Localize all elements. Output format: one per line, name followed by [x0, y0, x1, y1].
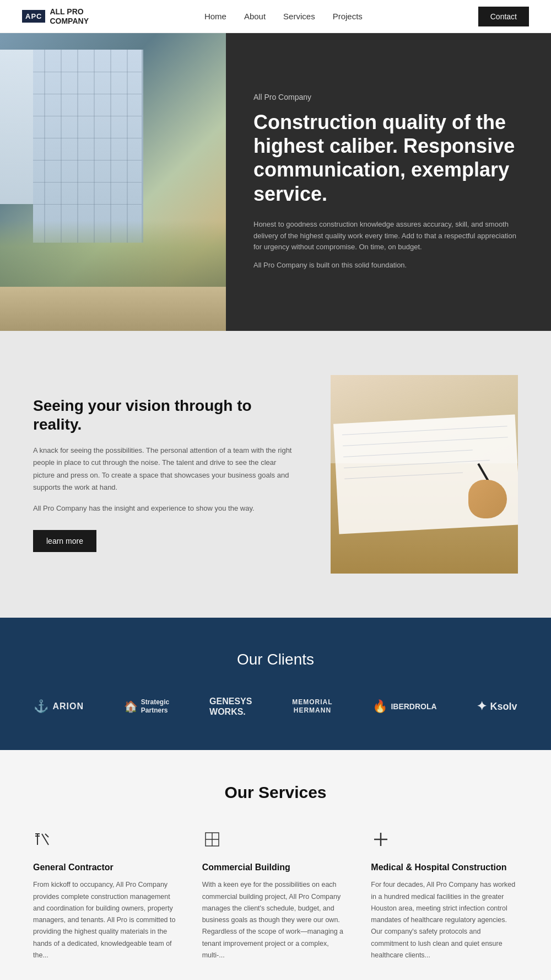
- client-ksolv: ✦ Ksolv: [477, 699, 517, 714]
- ksolv-label: Ksolv: [490, 701, 517, 713]
- nav-about[interactable]: About: [244, 12, 266, 21]
- vision-title: Seeing your vision through to reality.: [33, 397, 298, 433]
- services-section: Our Services General Contractor From kic…: [0, 750, 551, 980]
- arion-icon: ⚓: [34, 699, 49, 714]
- hero-section: All Pro Company Construction quality of …: [0, 33, 551, 331]
- tools-icon: [33, 829, 180, 854]
- hero-title: Construction quality of the highest cali…: [253, 110, 523, 206]
- medical-cross-svg: [371, 829, 391, 849]
- ground-graphic: [0, 287, 226, 331]
- hammer-wrench-svg: [33, 829, 53, 849]
- vision-desc: A knack for seeing the possibilities. Th…: [33, 445, 298, 493]
- contact-button[interactable]: Contact: [478, 7, 529, 26]
- memorial-label: MEMORIALHERMANN: [292, 698, 332, 715]
- client-arion: ⚓ ARION: [34, 699, 84, 714]
- hero-desc: Honest to goodness construction knowledg…: [253, 219, 523, 253]
- clients-logos: ⚓ ARION 🏠 StrategicPartners GENESYSWORKS…: [22, 696, 529, 717]
- commercial-building-title: Commercial Building: [202, 863, 349, 872]
- genesys-label: GENESYSWORKS.: [209, 696, 252, 717]
- ksolv-icon: ✦: [477, 699, 487, 714]
- nav-projects[interactable]: Projects: [333, 12, 363, 21]
- arion-label: ARION: [52, 701, 84, 711]
- client-genesys: GENESYSWORKS.: [209, 696, 252, 717]
- service-medical-hospital: Medical & Hospital Construction For four…: [371, 829, 518, 961]
- medical-title: Medical & Hospital Construction: [371, 863, 518, 872]
- strategic-icon: 🏠: [124, 700, 138, 713]
- hero-tagline: All Pro Company is built on this solid f…: [253, 260, 523, 271]
- learn-more-button[interactable]: learn more: [33, 530, 96, 552]
- service-commercial-building: Commercial Building With a keen eye for …: [202, 829, 349, 961]
- commercial-building-desc: With a keen eye for the possibilities on…: [202, 879, 349, 961]
- client-memorial: MEMORIALHERMANN: [292, 698, 332, 715]
- clients-section: Our Clients ⚓ ARION 🏠 StrategicPartners …: [0, 618, 551, 750]
- vision-content: Seeing your vision through to reality. A…: [33, 397, 298, 552]
- hero-image: [0, 33, 226, 331]
- vision-section: Seeing your vision through to reality. A…: [0, 331, 551, 618]
- trees-graphic: [0, 221, 226, 287]
- iberdrola-label: IBERDROLA: [391, 702, 436, 711]
- logo[interactable]: APC ALL PROCOMPANY: [22, 7, 89, 26]
- medical-icon: [371, 829, 518, 854]
- navbar: APC ALL PROCOMPANY Home About Services P…: [0, 0, 551, 33]
- nav-services[interactable]: Services: [283, 12, 315, 21]
- general-contractor-desc: From kickoff to occupancy, All Pro Compa…: [33, 879, 180, 961]
- services-grid: General Contractor From kickoff to occup…: [33, 829, 518, 961]
- hero-subtitle: All Pro Company: [253, 93, 523, 101]
- clients-title: Our Clients: [22, 651, 529, 668]
- strategic-label: StrategicPartners: [141, 698, 169, 715]
- hero-content: All Pro Company Construction quality of …: [226, 33, 551, 331]
- svg-line-4: [45, 834, 48, 837]
- nav-home[interactable]: Home: [204, 12, 226, 21]
- vision-tagline: All Pro Company has the insight and expe…: [33, 502, 298, 515]
- medical-desc: For four decades, All Pro Company has wo…: [371, 879, 518, 961]
- building-icon: [202, 829, 349, 854]
- vision-image: [331, 375, 518, 574]
- services-title: Our Services: [33, 783, 518, 802]
- nav-links: Home About Services Projects: [204, 12, 363, 22]
- client-iberdrola: 🔥 IBERDROLA: [372, 699, 436, 714]
- iberdrola-icon: 🔥: [372, 699, 387, 714]
- service-general-contractor: General Contractor From kickoff to occup…: [33, 829, 180, 961]
- client-strategic-partners: 🏠 StrategicPartners: [124, 698, 169, 715]
- logo-name: ALL PROCOMPANY: [50, 7, 89, 26]
- logo-abbr: APC: [22, 10, 45, 23]
- general-contractor-title: General Contractor: [33, 863, 180, 872]
- building-svg: [202, 829, 222, 849]
